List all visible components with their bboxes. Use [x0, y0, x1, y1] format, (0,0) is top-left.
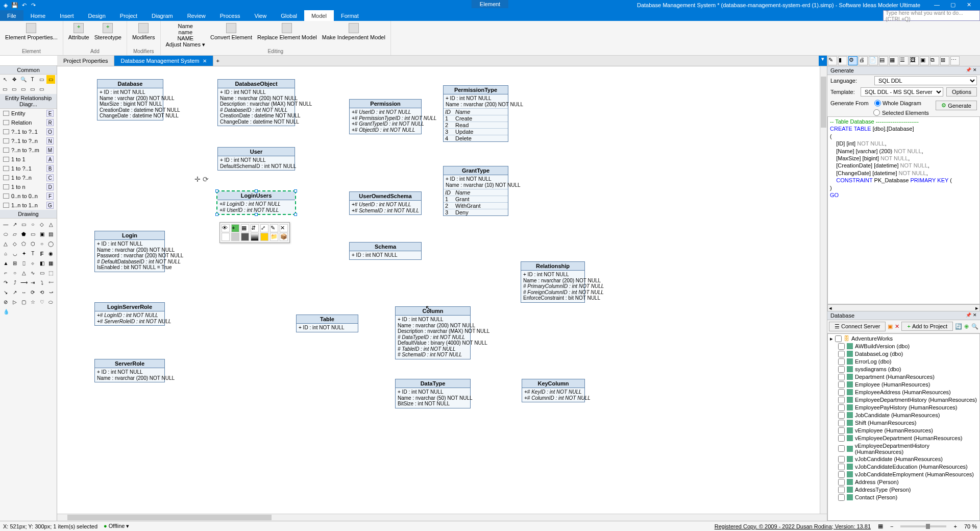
- menu-global[interactable]: Global: [274, 10, 304, 21]
- drawing-row[interactable]: ⌂◡✦TF◉: [1, 249, 56, 258]
- tree-checkbox[interactable]: [838, 374, 845, 380]
- layout-icon[interactable]: ▦: [878, 523, 883, 529]
- menu-view[interactable]: View: [248, 10, 274, 21]
- common-tools-row2[interactable]: ▭▭▭▭▭: [0, 84, 57, 94]
- drawing-row[interactable]: ⊘▷▢☆♡⬭: [1, 297, 56, 307]
- package-icon[interactable]: 📦: [280, 233, 288, 241]
- redo-icon[interactable]: ↷: [30, 2, 37, 9]
- tree-checkbox[interactable]: [838, 445, 845, 452]
- menu-format[interactable]: Format: [334, 10, 366, 21]
- tree-checkbox[interactable]: [838, 494, 845, 501]
- tool-icon[interactable]: ⧉: [930, 56, 939, 65]
- toolbox-item[interactable]: RelationR: [0, 118, 57, 127]
- menu-diagram[interactable]: Diagram: [144, 10, 180, 21]
- tool-icon[interactable]: ⊞: [940, 56, 949, 65]
- entity-relationship[interactable]: Relationship + ID : int NOT NULLName : n…: [521, 261, 585, 303]
- menu-model[interactable]: Model: [304, 10, 334, 21]
- drawing-row[interactable]: △◇⬠⬡○◯: [1, 239, 56, 249]
- zoom-slider[interactable]: [900, 525, 946, 527]
- tree-checkbox[interactable]: [838, 464, 845, 470]
- menu-review[interactable]: Review: [180, 10, 213, 21]
- maximize-icon[interactable]: ▢: [950, 2, 958, 9]
- tree-item[interactable]: Shift (HumanResources): [829, 419, 978, 427]
- drawing-row[interactable]: ▲⊞⌷⟐◧▦: [1, 258, 56, 268]
- tree-item[interactable]: JobCandidate (HumanResources): [829, 412, 978, 419]
- make-independent-model-button[interactable]: Make Independent Model: [320, 22, 387, 41]
- adjust-names-button[interactable]: Name name NAME Adjust Names ▾: [164, 22, 208, 49]
- tabs-dropdown-icon[interactable]: ▾: [819, 56, 827, 66]
- language-select[interactable]: SQL DDL: [874, 76, 977, 85]
- save-icon[interactable]: 💾: [11, 2, 18, 9]
- tree-checkbox[interactable]: [838, 412, 845, 419]
- radio-whole-diagram[interactable]: [874, 99, 881, 108]
- zoom-in-icon[interactable]: +: [953, 523, 957, 529]
- folder-icon[interactable]: 📁: [270, 233, 278, 241]
- context-toolbar[interactable]: 👁+▦⇵⤢✎✕ 📁📦: [219, 222, 290, 243]
- entity-loginusers[interactable]: LoginUsers +# LoginID : int NOT NULL+# U…: [216, 190, 296, 215]
- menu-design[interactable]: Design: [81, 10, 113, 21]
- tree-item[interactable]: Department (HumanResources): [829, 373, 978, 381]
- menu-insert[interactable]: Insert: [53, 10, 81, 21]
- database-tree[interactable]: ▸ 🗄 AdventureWorks AWBuildVersion (dbo) …: [827, 333, 980, 521]
- tree-checkbox[interactable]: [838, 487, 845, 493]
- vertical-scrollbar[interactable]: [820, 66, 827, 514]
- diagram-canvas[interactable]: Database + ID : int NOT NULLName : varch…: [57, 66, 820, 514]
- radio-selected-elements[interactable]: [873, 109, 880, 116]
- tree-item[interactable]: DatabaseLog (dbo): [829, 350, 978, 358]
- stereotype-button[interactable]: +Stereotype: [92, 22, 124, 41]
- toolbox-item[interactable]: 1..n to 1..nG: [0, 201, 57, 210]
- tree-item[interactable]: EmployeePayHistory (HumanResources): [829, 404, 978, 412]
- db-icon[interactable]: ▣: [888, 323, 893, 330]
- tree-checkbox[interactable]: [838, 404, 845, 411]
- tree-item[interactable]: EmployeeDepartmentHistory (HumanResource…: [829, 396, 978, 404]
- zoom-level[interactable]: 70 %: [964, 523, 977, 529]
- toolbox-item[interactable]: 1 to 1A: [0, 155, 57, 164]
- tree-item[interactable]: AddressType (Person): [829, 486, 978, 494]
- modifiers-button[interactable]: Modifiers: [130, 22, 157, 41]
- tool-icon[interactable]: ▮: [838, 56, 847, 65]
- search-icon[interactable]: 🔍: [971, 323, 978, 330]
- toolbox-item[interactable]: 1 to nD: [0, 182, 57, 191]
- tree-item[interactable]: Contact (Person): [829, 494, 978, 501]
- tree-checkbox[interactable]: [835, 335, 842, 342]
- toolbox-item[interactable]: ?..1 to ?..nN: [0, 136, 57, 146]
- drawing-row[interactable]: ↘↗↔⟳⟲⤻: [1, 287, 56, 297]
- tree-checkbox[interactable]: [838, 427, 845, 434]
- tree-checkbox[interactable]: [838, 351, 845, 357]
- tree-item[interactable]: sysdiagrams (dbo): [829, 366, 978, 373]
- tree-item[interactable]: Employee (HumanResources): [829, 381, 978, 389]
- entity-user[interactable]: User + ID : int NOT NULLDefaultSchemaID …: [217, 147, 295, 171]
- entity-granttype[interactable]: GrantType + ID : int NOT NULLName : nvar…: [443, 166, 508, 216]
- tree-item[interactable]: vJobCandidateEmployment (HumanResources): [829, 471, 978, 478]
- toolbox-item[interactable]: ?..n to ?..mM: [0, 146, 57, 155]
- pin-icon[interactable]: 📌 ✕: [966, 67, 977, 74]
- tree-checkbox[interactable]: [838, 479, 845, 486]
- code-hscroll[interactable]: ◂▸: [827, 304, 980, 311]
- undo-icon[interactable]: ↶: [20, 2, 28, 9]
- tree-item[interactable]: vJobCandidate (HumanResources): [829, 455, 978, 463]
- minimize-icon[interactable]: —: [934, 2, 941, 9]
- entity-schema[interactable]: Schema + ID : int NOT NULL: [349, 242, 422, 260]
- color-yellow[interactable]: [260, 233, 268, 241]
- tool-icon[interactable]: 🖼: [910, 56, 919, 65]
- entity-login[interactable]: Login + ID : int NOT NULLName : nvarchar…: [94, 231, 165, 272]
- tool-icon[interactable]: ⋯: [950, 56, 960, 65]
- tree-checkbox[interactable]: [838, 435, 845, 442]
- tree-checkbox[interactable]: [838, 420, 845, 426]
- add-handle-icon[interactable]: ✛ ⟳: [194, 175, 209, 183]
- drawing-row[interactable]: 💧: [1, 307, 56, 317]
- entity-loginserverrole[interactable]: LoginServerRole +# LoginID : int NOT NUL…: [94, 302, 165, 326]
- tool-icon[interactable]: 🖨: [859, 56, 868, 65]
- tree-item[interactable]: EmployeeAddress (HumanResources): [829, 389, 978, 396]
- entity-serverrole[interactable]: ServerRole + ID : int NOT NULLName : nva…: [94, 359, 165, 382]
- menu-process[interactable]: Process: [213, 10, 248, 21]
- toolbox-item[interactable]: ?..1 to ?..1O: [0, 127, 57, 136]
- tree-item[interactable]: vEmployeeDepartmentHistory (HumanResourc…: [829, 442, 978, 455]
- attribute-button[interactable]: +Attribute: [66, 22, 91, 41]
- tool-icon[interactable]: 📄: [869, 56, 878, 65]
- tree-item[interactable]: vJobCandidateEducation (HumanResources): [829, 463, 978, 471]
- tree-checkbox[interactable]: [838, 366, 845, 373]
- replace-element-model-button[interactable]: Replace Element Model: [255, 22, 319, 41]
- entity-permission[interactable]: Permission +# UserID : int NOT NULL+# Pe…: [349, 99, 422, 134]
- tree-item[interactable]: AWBuildVersion (dbo): [829, 343, 978, 350]
